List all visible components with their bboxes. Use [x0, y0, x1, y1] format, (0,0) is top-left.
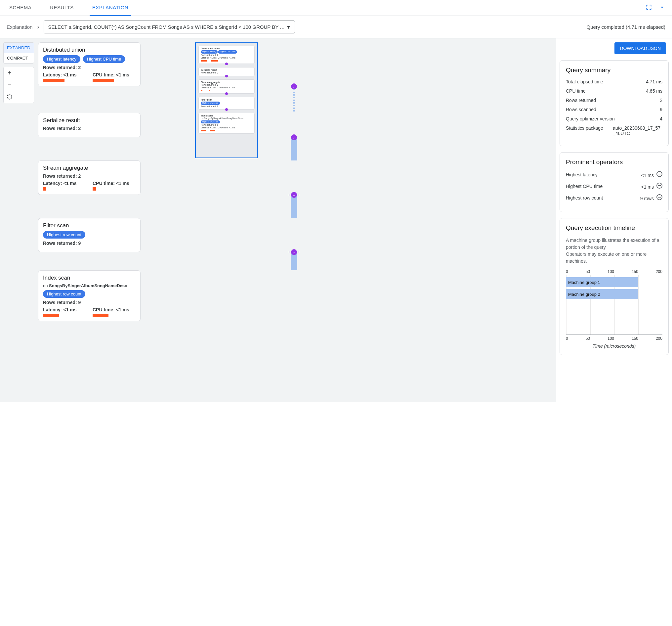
mini-node: Index scan on SongsBySingerAlbumSongName…	[198, 113, 255, 134]
timeline-bar: Machine group 1	[566, 277, 638, 287]
zoom-controls: + −	[3, 67, 34, 103]
zoom-out-button[interactable]: −	[4, 79, 16, 91]
tick: 150	[632, 269, 638, 274]
mini-node: Stream aggregateRows returned: 2 Latency…	[198, 79, 255, 94]
expand-icon[interactable]	[659, 4, 665, 11]
query-summary-card: Query summary Total elapsed time4.71 ms …	[559, 60, 669, 146]
summary-label: Query optimizer version	[566, 116, 615, 121]
badge-highest-row-count: Highest row count	[43, 290, 85, 298]
node-title: Filter scan	[43, 222, 136, 229]
summary-value: 9	[660, 107, 663, 112]
fullscreen-icon[interactable]	[646, 4, 652, 11]
summary-label: Total elapsed time	[566, 79, 603, 84]
tick: 0	[566, 269, 568, 274]
connector: ⌄	[291, 86, 297, 113]
rows-returned: Rows returned: 9	[43, 240, 136, 246]
expand-knob-icon[interactable]: ⌄	[291, 192, 297, 198]
prom-label: Highest latency	[566, 172, 598, 177]
summary-value: 4.65 ms	[646, 88, 663, 94]
node-title: Index scan	[43, 275, 136, 281]
latency-bar	[43, 314, 59, 317]
cpu-bar	[93, 187, 96, 191]
timeline-card: Query execution timeline A machine group…	[559, 218, 669, 355]
badge-highest-latency: Highest latency	[43, 55, 80, 63]
prom-label: Highest CPU time	[566, 184, 603, 189]
cpu-bar	[93, 314, 109, 317]
node-filter-scan[interactable]: Filter scan Highest row count Rows retur…	[38, 218, 141, 252]
breadcrumb-label: Explanation	[7, 24, 32, 30]
zoom-in-button[interactable]: +	[4, 67, 16, 79]
link-icon[interactable]	[656, 183, 663, 189]
timeline-desc: A machine group illustrates the executio…	[566, 237, 663, 251]
summary-value: 4	[660, 116, 663, 121]
tab-schema[interactable]: SCHEMA	[7, 0, 34, 16]
node-serialize-result[interactable]: Serialize result Rows returned: 2	[38, 113, 141, 137]
tick: 100	[607, 269, 614, 274]
summary-label: Rows scanned	[566, 107, 596, 112]
latency-label: Latency: <1 ms	[43, 307, 77, 312]
summary-label: CPU time	[566, 88, 586, 94]
panel-title: Query execution timeline	[566, 224, 663, 232]
cpu-label: CPU time: <1 ms	[93, 72, 129, 77]
prom-value: 9 rows	[640, 196, 654, 201]
expand-knob-icon[interactable]: ⌄	[291, 134, 297, 140]
breadcrumb-bar: Explanation › SELECT s.SingerId, COUNT(*…	[0, 16, 672, 38]
rows-returned: Rows returned: 9	[43, 300, 136, 305]
tick: 150	[632, 336, 638, 341]
tick: 200	[656, 336, 663, 341]
prom-value: <1 ms	[641, 173, 654, 178]
panel-title: Query summary	[566, 67, 663, 74]
timeline-chart: 0 50 100 150 200 Machine group 1 Machine…	[566, 269, 663, 349]
cpu-bar	[93, 79, 114, 82]
plan-graph[interactable]: Distributed union Highest latency Highes…	[0, 38, 556, 402]
tick: 100	[607, 336, 614, 341]
node-distributed-union[interactable]: Distributed union Highest latency Highes…	[38, 42, 141, 86]
dropdown-icon: ▼	[286, 24, 291, 30]
rows-returned: Rows returned: 2	[43, 126, 136, 131]
tab-explanation[interactable]: EXPLANATION	[90, 0, 131, 16]
connector: ⌄	[291, 195, 297, 218]
tab-results[interactable]: RESULTS	[47, 0, 76, 16]
zoom-reset-button[interactable]	[4, 91, 16, 103]
rows-returned: Rows returned: 2	[43, 173, 136, 179]
node-title: Distributed union	[43, 47, 136, 53]
view-compact-button[interactable]: COMPACT	[4, 53, 34, 63]
link-icon[interactable]	[656, 194, 663, 200]
latency-label: Latency: <1 ms	[43, 72, 77, 77]
index-name: on SongsBySingerAlbumSongNameDesc	[43, 283, 136, 288]
tick: 50	[586, 269, 590, 274]
prominent-operators-card: Prominent operators Highest latency<1 ms…	[559, 152, 669, 212]
node-stream-aggregate[interactable]: Stream aggregate Rows returned: 2 Latenc…	[38, 160, 141, 195]
panel-title: Prominent operators	[566, 159, 663, 166]
node-index-scan[interactable]: Index scan on SongsBySingerAlbumSongName…	[38, 270, 141, 321]
latency-bar	[43, 79, 65, 82]
chevron-right-icon: ›	[37, 23, 39, 30]
badge-highest-cpu: Highest CPU time	[83, 55, 125, 63]
view-expanded-button[interactable]: EXPANDED	[4, 43, 34, 53]
prom-label: Highest row count	[566, 195, 603, 201]
timeline-bar: Machine group 2	[566, 289, 638, 299]
tick: 200	[656, 269, 663, 274]
node-title: Stream aggregate	[43, 165, 136, 171]
latency-label: Latency: <1 ms	[43, 181, 77, 186]
mini-node: Filter scan Highest row count Rows retur…	[198, 97, 255, 110]
badge-highest-row-count: Highest row count	[43, 231, 85, 238]
mini-node: Distributed union Highest latencyHighest…	[198, 46, 255, 64]
download-json-button[interactable]: DOWNLOAD JSON	[615, 42, 666, 54]
link-icon[interactable]	[656, 171, 663, 177]
minimap[interactable]: Distributed union Highest latencyHighest…	[195, 42, 258, 158]
summary-value: 2	[660, 98, 663, 103]
expand-knob-icon[interactable]: ⌄	[291, 249, 297, 255]
query-dropdown[interactable]: SELECT s.SingerId, COUNT(*) AS SongCount…	[44, 21, 295, 33]
main-content: EXPANDED COMPACT + − Distributed union H…	[0, 38, 672, 402]
cpu-label: CPU time: <1 ms	[93, 307, 129, 312]
view-toggle: EXPANDED COMPACT	[3, 42, 34, 64]
node-title: Serialize result	[43, 117, 136, 124]
query-status: Query completed (4.71 ms elapsed)	[587, 24, 665, 30]
summary-value: auto_20230608_17_57_46UTC	[613, 125, 663, 136]
cpu-label: CPU time: <1 ms	[93, 181, 129, 186]
expand-knob-icon[interactable]: ⌄	[291, 84, 297, 89]
summary-label: Rows returned	[566, 98, 596, 103]
query-text: SELECT s.SingerId, COUNT(*) AS SongCount…	[48, 24, 286, 30]
tab-bar: SCHEMA RESULTS EXPLANATION	[0, 0, 672, 16]
